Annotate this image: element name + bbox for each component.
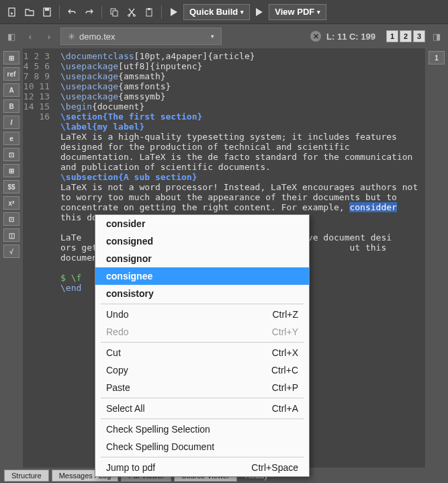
- nav-forward-icon[interactable]: ›: [42, 29, 56, 44]
- svg-rect-0: [9, 8, 15, 16]
- menu-paste[interactable]: PasteCtrl+P: [95, 379, 309, 396]
- nav-back-icon[interactable]: ‹: [23, 29, 38, 44]
- side-btn[interactable]: A: [3, 83, 19, 97]
- menu-separator: [101, 398, 304, 398]
- main-toolbar: Quick Build▾ View PDF▾: [0, 0, 448, 24]
- quick-build-label: Quick Build: [189, 7, 238, 17]
- page-box[interactable]: 3: [413, 30, 425, 42]
- svg-rect-4: [113, 11, 118, 16]
- side-btn[interactable]: ⊞: [3, 164, 19, 177]
- tab-filename: demo.tex: [79, 32, 115, 42]
- run-icon[interactable]: [166, 4, 182, 20]
- right-side-page[interactable]: 1: [429, 51, 445, 64]
- copy-icon[interactable]: [106, 4, 122, 20]
- status-structure[interactable]: Structure: [4, 470, 49, 482]
- file-tab[interactable]: ✳ demo.tex ▾: [60, 28, 222, 45]
- side-btn[interactable]: e: [3, 132, 19, 145]
- spell-suggestion[interactable]: consigned: [95, 232, 309, 250]
- spell-suggestion[interactable]: consignor: [95, 250, 309, 267]
- separator: [101, 5, 102, 19]
- cursor-position: L: 11 C: 199: [326, 32, 375, 42]
- tab-bar: ◧ ‹ › ✳ demo.tex ▾ ✕ L: 11 C: 199 1 2 3 …: [0, 24, 448, 48]
- svg-rect-8: [148, 8, 150, 10]
- side-btn[interactable]: ref: [3, 67, 19, 81]
- save-icon[interactable]: [39, 4, 55, 20]
- modified-star-icon: ✳: [68, 32, 75, 42]
- side-btn[interactable]: ◫: [3, 228, 19, 242]
- run-view-icon[interactable]: [251, 4, 267, 20]
- undo-icon[interactable]: [64, 4, 80, 20]
- redo-icon[interactable]: [81, 4, 97, 20]
- menu-undo[interactable]: UndoCtrl+Z: [95, 306, 309, 323]
- menu-separator: [101, 304, 304, 304]
- side-btn[interactable]: x²: [3, 196, 19, 210]
- side-btn[interactable]: $$: [3, 180, 19, 193]
- toggle-panel-icon[interactable]: ◧: [4, 29, 19, 44]
- separator: [161, 5, 162, 19]
- page-indicators: 1 2 3: [386, 30, 425, 42]
- right-sidebar: 1: [425, 48, 448, 468]
- menu-spell-document[interactable]: Check Spelling Document: [95, 438, 309, 455]
- menu-cut[interactable]: CutCtrl+X: [95, 344, 309, 361]
- page-box[interactable]: 1: [386, 30, 398, 42]
- side-btn[interactable]: ⊡: [3, 212, 19, 226]
- paste-icon[interactable]: [141, 4, 157, 20]
- menu-separator: [101, 457, 304, 457]
- dropdown-arrow-icon: ▾: [240, 9, 244, 15]
- spell-suggestion[interactable]: consider: [95, 215, 309, 232]
- quick-build-button[interactable]: Quick Build▾: [183, 4, 250, 20]
- side-btn[interactable]: √: [3, 245, 19, 258]
- cut-icon[interactable]: [124, 4, 140, 20]
- close-tab-icon[interactable]: ✕: [310, 31, 321, 42]
- dropdown-arrow-icon: ▾: [317, 9, 320, 15]
- menu-spell-selection[interactable]: Check Spelling Selection: [95, 421, 309, 438]
- menu-separator: [101, 419, 304, 419]
- page-box[interactable]: 2: [400, 30, 412, 42]
- spell-suggestion-selected[interactable]: consignee: [95, 267, 309, 285]
- menu-copy[interactable]: CopyCtrl+C: [95, 361, 309, 379]
- menu-select-all[interactable]: Select AllCtrl+A: [95, 400, 309, 417]
- side-btn-bold[interactable]: B: [3, 99, 19, 113]
- side-btn-italic[interactable]: I: [3, 116, 19, 129]
- view-pdf-label: View PDF: [275, 7, 314, 17]
- separator: [59, 5, 60, 19]
- line-gutter: 1 2 3 4 5 6 7 8 9 10 11 12 13 14 15 16: [23, 48, 56, 468]
- new-file-icon[interactable]: [4, 4, 20, 20]
- side-btn[interactable]: ⊡: [3, 148, 19, 161]
- menu-separator: [101, 342, 304, 343]
- side-btn[interactable]: ⊞: [3, 51, 19, 64]
- menu-jump-pdf[interactable]: Jump to pdfCtrl+Space: [95, 459, 309, 476]
- view-pdf-button[interactable]: View PDF▾: [269, 4, 326, 20]
- open-file-icon[interactable]: [21, 4, 38, 20]
- position-indicator: ✕ L: 11 C: 199: [310, 31, 375, 42]
- toggle-right-panel-icon[interactable]: ◨: [429, 29, 444, 44]
- menu-redo: RedoCtrl+Y: [95, 323, 309, 341]
- context-menu: consider consigned consignor consignee c…: [95, 214, 310, 477]
- left-sidebar: ⊞ ref A B I e ⊡ ⊞ $$ x² ⊡ ◫ √: [0, 48, 23, 468]
- tab-dropdown-icon[interactable]: ▾: [211, 33, 214, 40]
- spell-suggestion[interactable]: consistory: [95, 285, 309, 302]
- svg-rect-2: [45, 8, 49, 11]
